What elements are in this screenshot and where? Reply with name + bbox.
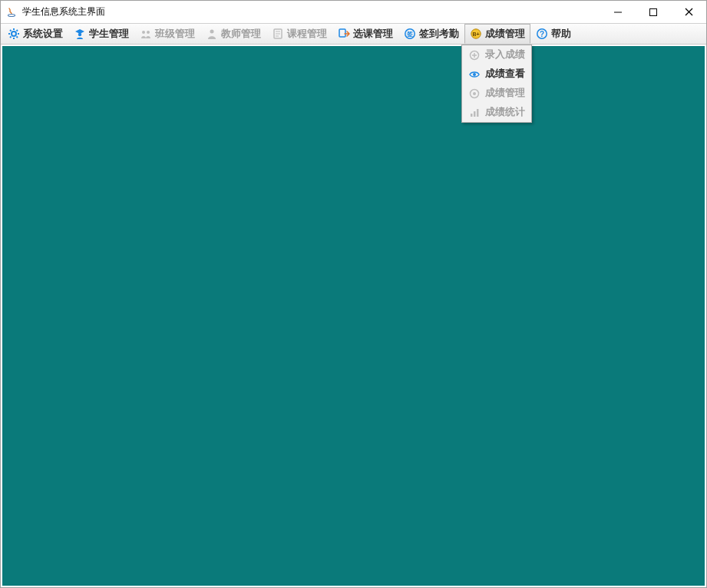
svg-point-17 xyxy=(210,30,214,34)
svg-rect-37 xyxy=(477,109,479,117)
chart-icon xyxy=(468,107,481,119)
attendance-icon: 签 xyxy=(404,28,416,40)
svg-point-5 xyxy=(12,31,16,36)
svg-point-34 xyxy=(473,92,476,95)
svg-point-0 xyxy=(8,14,15,16)
gear-icon xyxy=(8,28,20,40)
menu-student-management[interactable]: 学生管理 xyxy=(68,24,134,44)
add-circle-icon xyxy=(468,49,481,61)
menu-grade-management[interactable]: B+ 成绩管理 xyxy=(464,24,530,44)
menu-label: 签到考勤 xyxy=(419,28,459,41)
svg-rect-22 xyxy=(339,29,345,37)
dropdown-label: 成绩统计 xyxy=(485,106,525,119)
svg-point-14 xyxy=(78,33,81,36)
dropdown-enter-grade[interactable]: 录入成绩 xyxy=(462,45,531,64)
menu-attendance[interactable]: 签 签到考勤 xyxy=(398,24,464,44)
eye-icon xyxy=(468,68,481,81)
help-icon: ? xyxy=(536,28,548,40)
svg-point-15 xyxy=(142,31,145,34)
svg-line-10 xyxy=(10,30,12,31)
grade-dropdown-menu: 录入成绩 成绩查看 成绩管理 成绩统计 xyxy=(461,45,532,123)
svg-text:?: ? xyxy=(540,30,544,38)
menu-system-settings[interactable]: 系统设置 xyxy=(2,24,68,44)
maximize-button[interactable] xyxy=(636,1,671,23)
svg-line-12 xyxy=(17,30,18,31)
minimize-button[interactable] xyxy=(600,1,636,23)
menu-label: 选课管理 xyxy=(353,28,393,41)
dropdown-label: 成绩查看 xyxy=(485,68,525,81)
window-title: 学生信息系统主界面 xyxy=(22,5,600,18)
course-icon xyxy=(272,28,284,40)
svg-rect-36 xyxy=(474,111,476,117)
close-button[interactable] xyxy=(671,1,706,23)
select-course-icon xyxy=(338,28,350,40)
dropdown-label: 录入成绩 xyxy=(485,48,525,61)
title-bar: 学生信息系统主界面 xyxy=(1,1,706,24)
svg-point-32 xyxy=(473,73,476,76)
class-icon xyxy=(140,28,152,40)
svg-text:签: 签 xyxy=(406,31,413,38)
content-area: 录入成绩 成绩查看 成绩管理 成绩统计 xyxy=(2,46,705,586)
menu-label: 帮助 xyxy=(551,28,571,41)
svg-rect-2 xyxy=(650,8,657,15)
java-app-icon xyxy=(5,6,18,18)
menu-select-course[interactable]: 选课管理 xyxy=(332,24,398,44)
menu-label: 学生管理 xyxy=(89,28,129,41)
menu-label: 成绩管理 xyxy=(485,28,525,41)
app-window: 学生信息系统主界面 系统设置 学生管理 xyxy=(0,0,707,588)
menu-course-management[interactable]: 课程管理 xyxy=(266,24,332,44)
svg-line-11 xyxy=(17,37,18,38)
student-icon xyxy=(74,28,86,40)
svg-line-13 xyxy=(10,37,12,38)
teacher-icon xyxy=(206,28,218,40)
menu-label: 班级管理 xyxy=(155,28,195,41)
dropdown-manage-grade[interactable]: 成绩管理 xyxy=(462,84,531,103)
manage-icon xyxy=(468,88,481,100)
grade-icon: B+ xyxy=(470,28,482,40)
window-controls xyxy=(600,1,706,23)
svg-text:B+: B+ xyxy=(472,31,479,37)
menu-label: 课程管理 xyxy=(287,28,327,41)
menu-label: 系统设置 xyxy=(23,28,63,41)
menu-label: 教师管理 xyxy=(221,28,261,41)
dropdown-label: 成绩管理 xyxy=(485,87,525,100)
menu-help[interactable]: ? 帮助 xyxy=(530,24,577,44)
menu-class-management[interactable]: 班级管理 xyxy=(134,24,200,44)
menu-teacher-management[interactable]: 教师管理 xyxy=(200,24,266,44)
dropdown-view-grade[interactable]: 成绩查看 xyxy=(462,64,531,84)
dropdown-stats-grade[interactable]: 成绩统计 xyxy=(462,103,531,122)
menu-bar: 系统设置 学生管理 班级管理 教师管理 课程管理 xyxy=(1,24,706,45)
svg-point-16 xyxy=(147,31,150,34)
svg-rect-35 xyxy=(471,114,473,117)
